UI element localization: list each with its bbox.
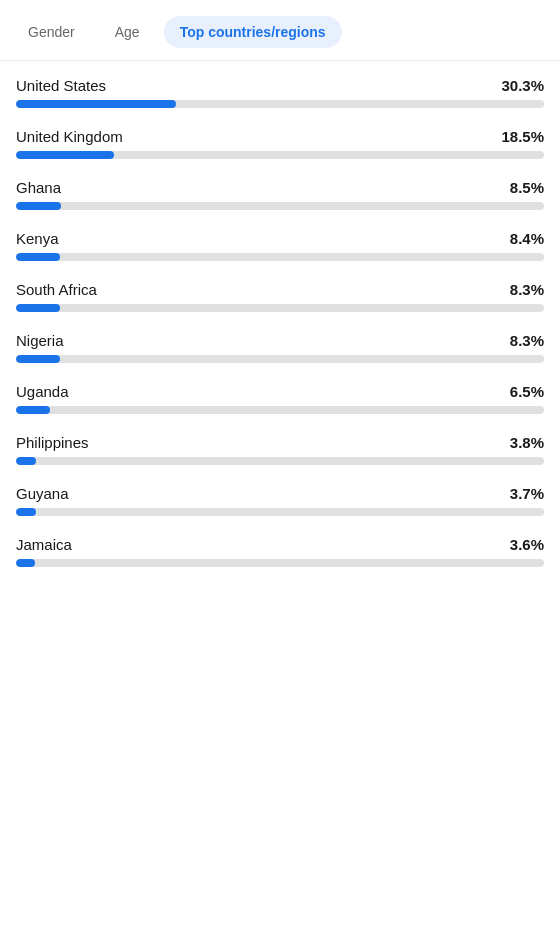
- bar-fill: [16, 100, 176, 108]
- bar-fill: [16, 457, 36, 465]
- bar-fill: [16, 253, 60, 261]
- country-name: United Kingdom: [16, 128, 123, 145]
- country-header: United States30.3%: [16, 77, 544, 94]
- country-percentage: 8.3%: [510, 281, 544, 298]
- bar-fill: [16, 559, 35, 567]
- country-name: Ghana: [16, 179, 61, 196]
- bar-track: [16, 304, 544, 312]
- country-header: Nigeria8.3%: [16, 332, 544, 349]
- bar-track: [16, 406, 544, 414]
- bar-track: [16, 559, 544, 567]
- tab-top-countries[interactable]: Top countries/regions: [164, 16, 342, 48]
- country-item: Philippines3.8%: [16, 434, 544, 465]
- country-percentage: 8.4%: [510, 230, 544, 247]
- bar-track: [16, 508, 544, 516]
- country-item: Jamaica3.6%: [16, 536, 544, 567]
- country-item: South Africa8.3%: [16, 281, 544, 312]
- country-percentage: 8.3%: [510, 332, 544, 349]
- country-header: Jamaica3.6%: [16, 536, 544, 553]
- country-percentage: 30.3%: [501, 77, 544, 94]
- country-name: United States: [16, 77, 106, 94]
- country-percentage: 18.5%: [501, 128, 544, 145]
- country-name: South Africa: [16, 281, 97, 298]
- country-header: Philippines3.8%: [16, 434, 544, 451]
- country-name: Jamaica: [16, 536, 72, 553]
- country-percentage: 8.5%: [510, 179, 544, 196]
- country-header: Ghana8.5%: [16, 179, 544, 196]
- country-item: Nigeria8.3%: [16, 332, 544, 363]
- countries-list: United States30.3%United Kingdom18.5%Gha…: [0, 61, 560, 611]
- bar-track: [16, 100, 544, 108]
- bar-track: [16, 202, 544, 210]
- bar-track: [16, 253, 544, 261]
- bar-track: [16, 355, 544, 363]
- country-item: Ghana8.5%: [16, 179, 544, 210]
- country-header: United Kingdom18.5%: [16, 128, 544, 145]
- country-name: Philippines: [16, 434, 89, 451]
- bar-fill: [16, 508, 36, 516]
- country-item: United States30.3%: [16, 77, 544, 108]
- country-item: United Kingdom18.5%: [16, 128, 544, 159]
- bar-fill: [16, 304, 60, 312]
- tab-gender[interactable]: Gender: [12, 16, 91, 48]
- country-percentage: 3.8%: [510, 434, 544, 451]
- country-percentage: 3.7%: [510, 485, 544, 502]
- country-name: Guyana: [16, 485, 69, 502]
- bar-fill: [16, 355, 60, 363]
- country-item: Kenya8.4%: [16, 230, 544, 261]
- country-name: Uganda: [16, 383, 69, 400]
- country-header: Kenya8.4%: [16, 230, 544, 247]
- bar-track: [16, 457, 544, 465]
- country-percentage: 6.5%: [510, 383, 544, 400]
- country-header: Guyana3.7%: [16, 485, 544, 502]
- country-item: Uganda6.5%: [16, 383, 544, 414]
- tabs-bar: GenderAgeTop countries/regions: [0, 0, 560, 61]
- bar-fill: [16, 202, 61, 210]
- country-item: Guyana3.7%: [16, 485, 544, 516]
- country-percentage: 3.6%: [510, 536, 544, 553]
- tab-age[interactable]: Age: [99, 16, 156, 48]
- country-name: Kenya: [16, 230, 59, 247]
- bar-track: [16, 151, 544, 159]
- country-header: South Africa8.3%: [16, 281, 544, 298]
- bar-fill: [16, 151, 114, 159]
- country-name: Nigeria: [16, 332, 64, 349]
- country-header: Uganda6.5%: [16, 383, 544, 400]
- bar-fill: [16, 406, 50, 414]
